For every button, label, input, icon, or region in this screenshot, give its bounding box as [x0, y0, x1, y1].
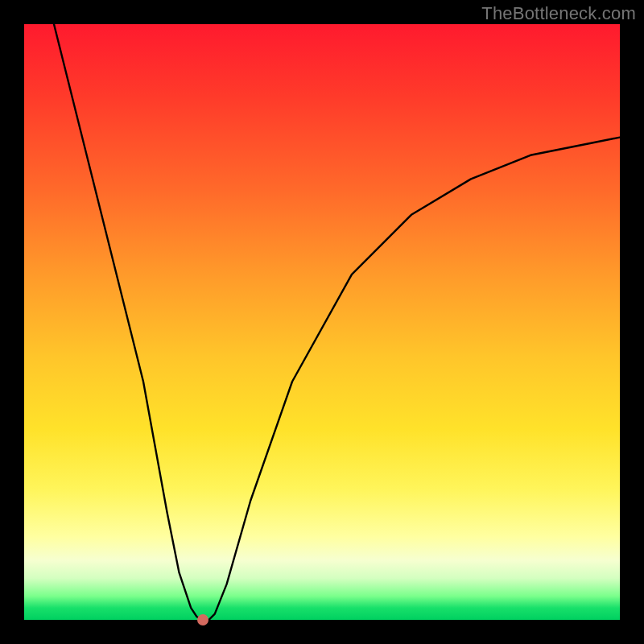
bottleneck-curve	[24, 24, 620, 620]
curve-path	[54, 24, 620, 620]
plot-area	[24, 24, 620, 620]
frame-border-right	[620, 24, 644, 620]
frame-border-left	[0, 24, 24, 620]
watermark-text: TheBottleneck.com	[481, 3, 636, 24]
chart-frame: TheBottleneck.com	[0, 0, 644, 644]
frame-border-bottom	[0, 620, 644, 644]
minimum-marker	[197, 614, 208, 625]
